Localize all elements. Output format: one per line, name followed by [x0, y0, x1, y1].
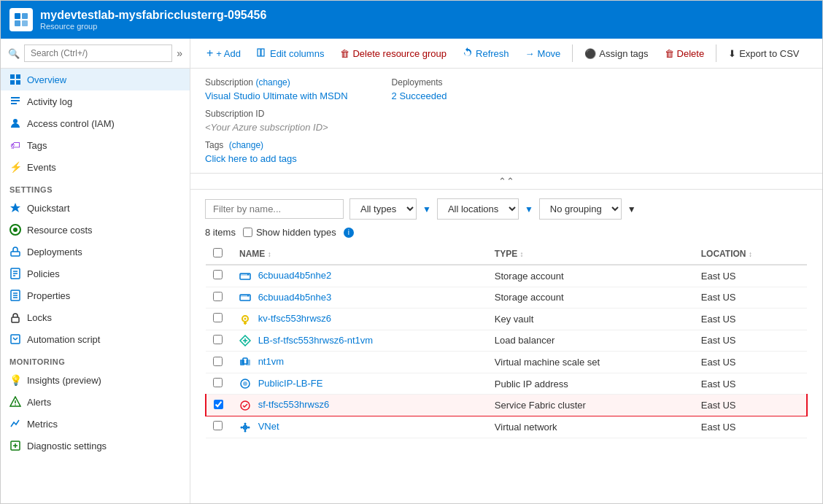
move-icon: →: [525, 48, 535, 59]
row-checkbox[interactable]: [213, 378, 223, 387]
resource-name-link[interactable]: nt1vm: [258, 356, 284, 367]
grouping-filter-select[interactable]: No grouping: [539, 198, 622, 220]
keyvault-row-icon: [239, 314, 251, 325]
deployments-value: 2 Succeeded: [392, 90, 447, 101]
row-location-cell: East US: [694, 373, 807, 395]
resource-name-link[interactable]: sf-tfsc553hrwsz6: [258, 399, 330, 410]
types-filter-select[interactable]: All types: [349, 198, 417, 220]
app-icon: [9, 8, 33, 31]
lb-row-icon: [239, 335, 251, 346]
show-hidden-label[interactable]: Show hidden types: [243, 227, 336, 238]
resource-name-link[interactable]: LB-sf-tfsc553hrwsz6-nt1vm: [258, 335, 374, 346]
row-checkbox[interactable]: [213, 292, 223, 301]
svg-rect-8: [11, 97, 20, 98]
collapse-arrow[interactable]: ⌃⌃: [190, 174, 822, 190]
sidebar-item-properties[interactable]: Properties: [1, 284, 190, 306]
sidebar-item-locks[interactable]: Locks: [1, 306, 190, 328]
sidebar-item-quickstart[interactable]: Quickstart: [1, 197, 190, 219]
tags-change-link[interactable]: (change): [229, 140, 263, 150]
edit-columns-button[interactable]: Edit columns: [250, 44, 331, 63]
sidebar-item-deployments[interactable]: Deployments: [1, 241, 190, 263]
search-box: 🔍 »: [1, 39, 190, 69]
subscription-name-link[interactable]: Visual Studio Ultimate with MSDN: [205, 90, 348, 101]
table-row: VNet Virtual network East US: [206, 416, 807, 438]
svg-rect-33: [258, 49, 260, 56]
export-icon: ⬇: [728, 48, 736, 59]
row-location-cell: East US: [694, 416, 807, 438]
delete-button[interactable]: 🗑 Delete: [657, 44, 712, 63]
search-input[interactable]: [24, 44, 172, 62]
location-column-header[interactable]: LOCATION ↕: [694, 244, 807, 265]
row-checkbox-cell: [206, 416, 232, 438]
deployments-link[interactable]: 2 Succeeded: [392, 90, 447, 101]
sidebar-item-insights[interactable]: 💡 Insights (preview): [1, 369, 190, 391]
info-area: Subscription (change) Visual Studio Ulti…: [190, 69, 822, 174]
move-button[interactable]: → Move: [518, 44, 568, 63]
svg-point-40: [247, 295, 249, 297]
sidebar-item-overview[interactable]: Overview: [1, 69, 190, 90]
deployments-icon: [9, 246, 21, 257]
show-hidden-checkbox[interactable]: [243, 228, 252, 237]
sidebar-item-events[interactable]: ⚡ Events: [1, 156, 190, 178]
svg-point-29: [15, 404, 16, 406]
svg-rect-49: [246, 360, 250, 365]
assign-tags-button[interactable]: ⚫ Assign tags: [577, 44, 655, 63]
sidebar-item-tags[interactable]: 🏷 Tags: [1, 134, 190, 156]
row-checkbox-cell: [206, 395, 232, 416]
insights-icon: 💡: [9, 374, 21, 386]
locations-filter-select[interactable]: All locations: [437, 198, 519, 220]
storage-row-icon: [239, 292, 251, 303]
row-name-cell: 6cbuuad4b5nhe3: [232, 287, 487, 309]
sidebar-automation-label: Automation script: [27, 334, 100, 345]
svg-point-57: [244, 422, 247, 424]
delete-resource-group-button[interactable]: 🗑 Delete resource group: [333, 44, 454, 63]
select-all-checkbox[interactable]: [213, 248, 223, 257]
row-checkbox[interactable]: [213, 421, 223, 430]
add-tags-link[interactable]: Click here to add tags: [205, 153, 297, 164]
row-name-cell: VNet: [232, 416, 487, 438]
main-content: + + Add Edit columns 🗑 Delete resource g…: [190, 39, 822, 503]
row-checkbox[interactable]: [213, 335, 223, 344]
row-checkbox-cell: [206, 352, 232, 373]
sidebar-insights-label: Insights (preview): [27, 375, 101, 386]
resource-name-link[interactable]: PublicIP-LB-FE: [258, 378, 323, 389]
sidebar-item-policies[interactable]: Policies: [1, 263, 190, 284]
table-row: sf-tfsc553hrwsz6 Service Fabric cluster …: [206, 395, 807, 416]
row-checkbox[interactable]: [214, 400, 223, 409]
sidebar-item-activity-log[interactable]: Activity log: [1, 90, 190, 112]
refresh-button[interactable]: Refresh: [455, 44, 517, 63]
sidebar-item-metrics[interactable]: Metrics: [1, 413, 190, 435]
sidebar: 🔍 » Overview Activity log: [1, 39, 190, 503]
row-checkbox[interactable]: [213, 313, 223, 322]
iam-icon: [9, 117, 21, 129]
deployments-group: Deployments 2 Succeeded: [392, 77, 447, 164]
resource-name-link[interactable]: 6cbuuad4b5nhe2: [258, 270, 332, 281]
resource-costs-icon: [9, 224, 21, 236]
resource-name-link[interactable]: kv-tfsc553hrwsz6: [258, 313, 331, 324]
type-column-header[interactable]: TYPE ↕: [487, 244, 694, 265]
row-checkbox-cell: [206, 330, 232, 352]
subscription-change-link[interactable]: (change): [255, 77, 290, 88]
export-csv-button[interactable]: ⬇ Export to CSV: [721, 44, 806, 63]
sidebar-item-iam[interactable]: Access control (IAM): [1, 112, 190, 134]
edit-columns-icon: [257, 47, 267, 60]
filter-name-input[interactable]: [205, 199, 344, 219]
checkbox-header: [206, 244, 232, 265]
resource-group-name: mydevtestlab-mysfabricclusterrg-095456: [40, 9, 266, 22]
collapse-sidebar-button[interactable]: »: [177, 47, 182, 59]
hidden-types-info-icon[interactable]: i: [344, 228, 354, 238]
sidebar-item-resource-costs[interactable]: Resource costs: [1, 219, 190, 241]
sidebar-activity-label: Activity log: [27, 96, 72, 107]
row-checkbox[interactable]: [213, 270, 223, 279]
resource-name-link[interactable]: VNet: [258, 421, 279, 432]
name-sort-icon: ↕: [268, 250, 271, 258]
add-button[interactable]: + + Add: [199, 43, 248, 63]
sidebar-item-automation-script[interactable]: Automation script: [1, 328, 190, 350]
sidebar-item-alerts[interactable]: Alerts: [1, 391, 190, 413]
row-checkbox[interactable]: [213, 357, 223, 366]
sidebar-item-diagnostic-settings[interactable]: Diagnostic settings: [1, 435, 190, 457]
name-column-header[interactable]: NAME ↕: [232, 244, 487, 265]
row-type-cell: Load balancer: [487, 330, 694, 352]
resource-name-link[interactable]: 6cbuuad4b5nhe3: [258, 292, 332, 303]
svg-rect-34: [261, 49, 264, 56]
